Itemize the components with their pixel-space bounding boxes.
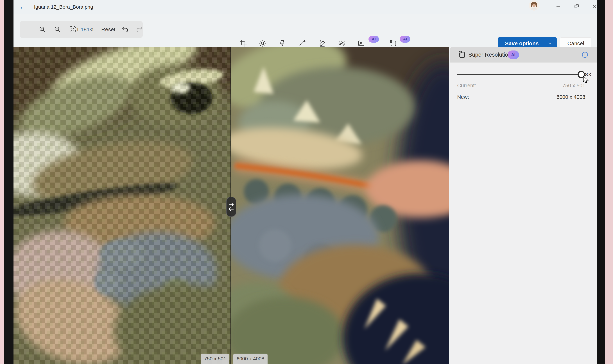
scale-slider[interactable] xyxy=(457,74,582,75)
new-size-row: New: 6000 x 4008 xyxy=(457,94,585,101)
current-value: 750 x 501 xyxy=(562,83,585,89)
markup-pen-icon xyxy=(298,39,306,47)
zoom-in-button[interactable] xyxy=(36,23,48,35)
screen: ← Iguana 12_Bora_Bora.png xyxy=(0,0,613,364)
image-canvas[interactable]: 750 x 501 6000 x 4008 xyxy=(14,47,449,364)
crop-icon xyxy=(239,39,247,47)
super-resolution-icon xyxy=(458,51,466,59)
restore-icon xyxy=(574,4,579,9)
super-resolution-panel: Super Resolution AI 8X Cur xyxy=(450,47,597,364)
info-button[interactable] xyxy=(581,51,589,59)
redo-icon xyxy=(136,26,143,33)
back-icon: ← xyxy=(19,3,26,11)
before-size-tag: 750 x 501 xyxy=(201,354,229,364)
zoom-out-icon xyxy=(54,26,61,33)
minimize-icon xyxy=(556,4,561,9)
redo-button[interactable] xyxy=(134,23,146,35)
avatar-image xyxy=(529,0,539,11)
ai-badge: AI xyxy=(400,36,410,43)
zoom-toolbar-group: 1,181% Reset xyxy=(20,21,143,38)
account-avatar[interactable] xyxy=(529,0,539,11)
undo-icon xyxy=(121,26,129,33)
toolbar-divider xyxy=(97,24,97,35)
back-button[interactable]: ← xyxy=(17,1,28,12)
background-person-icon xyxy=(338,39,346,47)
erase-sparkle-icon xyxy=(318,39,326,47)
chevron-down-icon xyxy=(547,41,552,46)
toolbar: 1,181% Reset xyxy=(14,14,597,47)
brightness-sun-icon xyxy=(259,39,267,47)
undo-button[interactable] xyxy=(119,23,131,35)
restore-button[interactable] xyxy=(570,1,584,12)
new-value: 6000 x 4008 xyxy=(557,94,585,100)
panel-title: Super Resolution xyxy=(468,47,511,63)
titlebar: ← Iguana 12_Bora_Bora.png xyxy=(14,0,597,14)
close-button[interactable] xyxy=(587,1,601,12)
super-resolution-icon xyxy=(389,39,397,47)
ai-badge-label: AI xyxy=(372,37,376,41)
frame-edge-right xyxy=(605,0,613,364)
minimize-button[interactable] xyxy=(551,1,565,12)
ai-badge: AI xyxy=(368,36,379,43)
desktop-gap-right xyxy=(597,0,605,364)
photos-app-window: ← Iguana 12_Bora_Bora.png xyxy=(14,0,597,364)
swap-arrows-icon xyxy=(226,197,236,217)
close-icon xyxy=(592,4,597,9)
zoom-out-button[interactable] xyxy=(52,23,63,35)
panel-header: Super Resolution AI xyxy=(450,47,597,63)
photo-person-sparkle-icon xyxy=(357,39,365,47)
save-options-label: Save options xyxy=(505,40,539,47)
compare-swap-handle[interactable] xyxy=(226,197,236,217)
window-title: Iguana 12_Bora_Bora.png xyxy=(34,0,93,14)
zoom-level-value: 1,181% xyxy=(72,21,99,38)
current-label: Current: xyxy=(457,83,476,88)
ai-badge-label: AI xyxy=(511,52,515,57)
new-label: New: xyxy=(457,94,469,100)
ai-badge-label: AI xyxy=(403,37,407,41)
frame-edge-left xyxy=(0,0,4,364)
current-size-row: Current: 750 x 501 xyxy=(457,83,585,90)
zoom-in-icon xyxy=(39,26,46,33)
ai-badge: AI xyxy=(508,51,519,59)
reset-button[interactable]: Reset xyxy=(98,22,118,37)
desktop-gap-left xyxy=(4,0,14,364)
filter-brush-icon xyxy=(278,39,286,47)
after-size-tag: 6000 x 4008 xyxy=(233,354,267,364)
info-icon xyxy=(581,51,589,59)
